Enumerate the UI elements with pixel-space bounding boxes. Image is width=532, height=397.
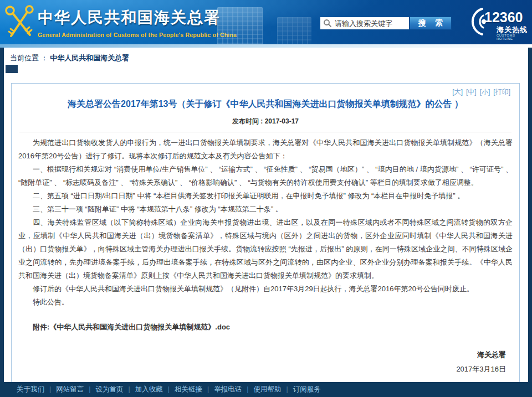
publish-date: 发布时间 : 2017-03-17 (12, 117, 519, 126)
signoff-date: 2017年3月16日 (12, 362, 506, 377)
signoff: 海关总署 2017年3月16日 (12, 348, 506, 377)
breadcrumb-separator: ： (39, 54, 50, 62)
footer-link[interactable]: 网站留言 (56, 385, 90, 394)
hotline-sublabel: CUSTOMS HOTLINE (497, 34, 530, 40)
breadcrumb: 当前位置 ： 中华人民共和国海关总署 (10, 53, 129, 63)
article-paragraph: 三、第三十一项 “随附单证” 中将 “本规范第十八条” 修改为 “本规范第二十条… (18, 203, 513, 216)
footer-link[interactable]: 举报电话 (214, 385, 248, 394)
article-paragraph: 为规范进出口货物收发货人的申报行为，统一进出口货物报关单填制要求，海关总署对《中… (18, 136, 513, 163)
breadcrumb-current-link[interactable]: 中华人民共和国海关总署 (50, 54, 129, 62)
article-paragraph: 二、第五项 “进口日期/出口日期” 中将 “本栏目供海关签发打印报关单证明联用，… (18, 189, 513, 203)
building-decoration (217, 7, 263, 44)
site-title[interactable]: 中华人民共和国海关总署 (38, 7, 237, 28)
corner-accent-decoration (6, 65, 18, 73)
font-size-control[interactable]: [小] (480, 87, 490, 97)
footer-link[interactable]: 加入收藏 (135, 385, 170, 394)
footer-link[interactable]: 订阅服务 (293, 385, 321, 394)
article-paragraph: 一、根据现行相关规定对 “消费使用单位/生产销售单位” 、 “运输方式” 、 “… (18, 163, 513, 189)
site-title-block[interactable]: 中华人民共和国海关总署 General Administration of Cu… (38, 7, 237, 38)
font-size-control[interactable]: [打印] (493, 87, 510, 97)
header-divider-strip (0, 44, 532, 48)
breadcrumb-label: 当前位置 (10, 54, 39, 62)
font-size-control[interactable]: [中] (466, 87, 477, 97)
font-size-control[interactable]: [大] (452, 87, 463, 97)
footer-link[interactable]: 设为首页 (96, 385, 130, 394)
search-button[interactable]: 搜 索 (410, 17, 452, 30)
building-decoration (277, 17, 311, 44)
article-paragraph: 特此公告。 (18, 296, 513, 309)
hotline-number: 12360 (484, 9, 523, 25)
announcement-title: 海关总署公告2017年第13号（关于修订《中华人民共和国海关进出口货物报关单填制… (34, 99, 497, 110)
footer-link[interactable]: 关于我们 (17, 385, 51, 394)
font-size-controls: [大][中][小][打印] (452, 87, 510, 97)
site-header: 中华人民共和国海关总署 General Administration of Cu… (0, 0, 532, 44)
page: 中华人民共和国海关总署 General Administration of Cu… (0, 0, 532, 397)
footer-link[interactable]: 使用帮助 (254, 385, 288, 394)
footer-links: 关于我们网站留言设为首页加入收藏相关链接举报电话使用帮助订阅服务 (0, 382, 532, 397)
announcement-box: [大][中][小][打印] 海关总署公告2017年第13号（关于修订《中华人民共… (11, 83, 520, 386)
search-icon (323, 19, 332, 28)
right-edge-bar (528, 48, 532, 382)
site-subtitle: General Administration of Customs of the… (38, 32, 237, 38)
footer-link[interactable]: 相关链接 (175, 385, 209, 394)
left-edge-bar (0, 48, 4, 382)
announcement-body: 为规范进出口货物收发货人的申报行为，统一进出口货物报关单填制要求，海关总署对《中… (12, 132, 519, 309)
article-paragraph: 四、海关特殊监管区域（以下简称特殊区域）企业向海关申报货物进出境、进出区，以及在… (18, 216, 513, 282)
hotline-12360-logo: 12360 海关热线 CUSTOMS HOTLINE (466, 5, 530, 40)
attachment-link[interactable]: 附件:《中华人民共和国海关进出口货物报关单填制规范》.doc (18, 322, 513, 332)
search-input[interactable] (320, 17, 410, 30)
article-paragraph: 修订后的《中华人民共和国海关进出口货物报关单填制规范》（见附件）自2017年3月… (18, 282, 513, 296)
signature: 海关总署 (12, 348, 506, 362)
search-bar: 搜 索 (320, 17, 452, 30)
customs-emblem-icon (3, 3, 37, 41)
